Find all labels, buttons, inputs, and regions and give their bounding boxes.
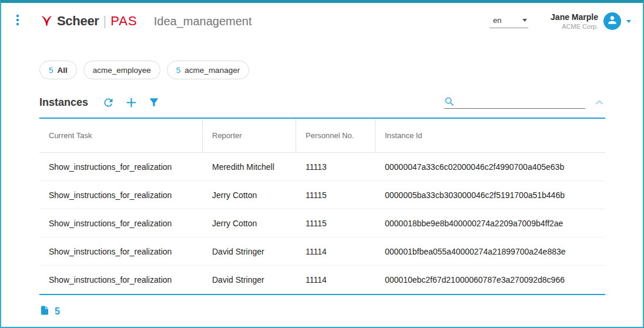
table-row[interactable]: Show_instructions_for_realization Jerry …	[39, 181, 605, 209]
chevron-down-icon	[626, 20, 631, 23]
filter-chip-acme-manager[interactable]: 5 acme_manager	[167, 61, 249, 79]
scheer-logo-icon	[40, 15, 53, 28]
cell-reporter: Meredith Mitchell	[203, 153, 296, 180]
instances-toolbar: Instances	[39, 92, 605, 112]
chip-count: 5	[176, 66, 181, 75]
user-name: Jane Marple	[551, 12, 598, 22]
chip-count: 5	[49, 66, 53, 75]
cell-instance-id: 0000005ba33cb303000046c2f5191700a51b446b	[375, 181, 605, 209]
table-row[interactable]: Show_instructions_for_realization David …	[39, 266, 605, 294]
document-icon	[39, 304, 50, 319]
table-row[interactable]: Show_instructions_for_realization David …	[39, 237, 605, 266]
column-header-reporter: Reporter	[203, 119, 296, 152]
table-row[interactable]: Show_instructions_for_realization Meredi…	[39, 153, 605, 181]
add-instance-button[interactable]	[125, 96, 137, 109]
logo-divider: |	[103, 14, 107, 29]
cell-instance-id: 00000047a33c6c02000046c2f4990700a405e63b	[375, 153, 605, 180]
menu-button[interactable]	[11, 11, 25, 31]
role-filter-chips: 5 All acme_employee 5 acme_manager	[39, 61, 605, 79]
user-info: Jane Marple ACME Corp.	[551, 12, 598, 30]
search-area	[444, 96, 605, 109]
topbar: Scheer | PAS Idea_management en Jane Mar…	[1, 3, 643, 39]
table-row[interactable]: Show_instructions_for_realization Jerry …	[39, 209, 605, 237]
cell-instance-id: 000001bfbea055a40000274a21899700a24e883e	[375, 237, 605, 265]
kebab-menu-icon	[13, 14, 22, 29]
cell-personnel-no: 11115	[296, 181, 375, 209]
table-header: Current Task Reporter Personnel No. Inst…	[39, 119, 605, 153]
avatar	[603, 12, 621, 30]
cell-instance-id: 000010ebc2f67d21000060787e3a270092d8c966	[375, 266, 605, 294]
cell-current-task: Show_instructions_for_realization	[39, 266, 203, 294]
chip-label: acme_employee	[93, 66, 151, 75]
cell-reporter: David Stringer	[203, 237, 296, 265]
cell-personnel-no: 11114	[296, 266, 375, 294]
cell-personnel-no: 11113	[296, 153, 375, 180]
cell-current-task: Show_instructions_for_realization	[39, 181, 203, 209]
column-header-instance-id: Instance Id	[375, 119, 605, 152]
search-input[interactable]	[458, 96, 585, 106]
cell-personnel-no: 11115	[296, 209, 375, 237]
section-title: Instances	[39, 96, 88, 109]
result-count: 5	[39, 304, 605, 319]
filter-button[interactable]	[148, 96, 160, 108]
cell-personnel-no: 11114	[296, 237, 375, 265]
logo-text-scheer: Scheer	[57, 14, 99, 29]
cell-reporter: Jerry Cotton	[203, 209, 296, 237]
result-count-value: 5	[55, 306, 60, 317]
scheer-pas-logo: Scheer | PAS	[40, 14, 137, 29]
person-icon	[606, 14, 618, 28]
filter-chip-all[interactable]: 5 All	[39, 61, 77, 79]
chevron-down-icon	[522, 19, 527, 22]
user-menu[interactable]: Jane Marple ACME Corp.	[551, 12, 631, 30]
main-content: 5 All acme_employee 5 acme_manager Insta…	[1, 61, 643, 319]
cell-reporter: David Stringer	[203, 266, 296, 294]
language-select[interactable]: en	[489, 15, 528, 28]
cell-current-task: Show_instructions_for_realization	[39, 153, 203, 180]
cell-reporter: Jerry Cotton	[203, 181, 296, 209]
cell-current-task: Show_instructions_for_realization	[39, 237, 203, 265]
app-window: Scheer | PAS Idea_management en Jane Mar…	[0, 0, 644, 328]
column-header-personnel-no: Personnel No.	[296, 119, 375, 152]
language-value: en	[493, 16, 501, 25]
search-field	[444, 96, 585, 109]
user-organization: ACME Corp.	[551, 23, 598, 30]
refresh-button[interactable]	[102, 96, 115, 109]
filter-chip-acme-employee[interactable]: acme_employee	[83, 61, 160, 79]
chip-label: acme_manager	[185, 66, 240, 75]
search-icon	[444, 96, 454, 106]
column-header-current-task: Current Task	[39, 119, 203, 152]
page-title: Idea_management	[154, 15, 252, 28]
chip-label: All	[58, 66, 68, 75]
logo-text-pas: PAS	[110, 14, 137, 29]
cell-instance-id: 0000018bbe9e8b400000274a2209a7009b4ff2ae	[375, 209, 605, 237]
cell-current-task: Show_instructions_for_realization	[39, 209, 203, 237]
collapse-panel-button[interactable]	[593, 96, 605, 108]
instances-table: Current Task Reporter Personnel No. Inst…	[39, 118, 605, 295]
